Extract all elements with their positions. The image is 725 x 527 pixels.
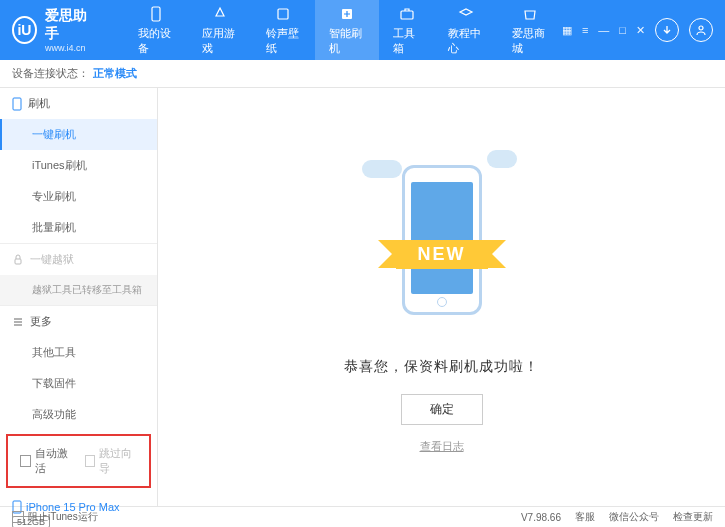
sidebar-item-oneclick[interactable]: 一键刷机	[0, 119, 157, 150]
status-label: 设备连接状态：	[12, 66, 89, 81]
maximize-icon[interactable]: □	[619, 24, 626, 36]
new-ribbon: NEW	[396, 240, 488, 269]
sidebar: 刷机 一键刷机 iTunes刷机 专业刷机 批量刷机 一键越狱 越狱工具已转移至…	[0, 88, 158, 506]
nav-apps[interactable]: 应用游戏	[188, 0, 252, 64]
menu-icon[interactable]: ▦	[562, 24, 572, 37]
svg-rect-0	[152, 7, 160, 21]
sidebar-item-download-fw[interactable]: 下载固件	[0, 368, 157, 399]
sidebar-section-flash[interactable]: 刷机	[0, 88, 157, 119]
sidebar-item-advanced[interactable]: 高级功能	[0, 399, 157, 430]
nav-flash[interactable]: 智能刷机	[315, 0, 379, 64]
toolbox-icon	[397, 4, 417, 24]
svg-rect-6	[15, 259, 21, 264]
status-bar: 设备连接状态： 正常模式	[0, 60, 725, 88]
nav-ringtones[interactable]: 铃声壁纸	[252, 0, 316, 64]
svg-rect-3	[401, 11, 413, 19]
sidebar-section-jailbreak[interactable]: 一键越狱	[0, 244, 157, 275]
flash-icon	[337, 4, 357, 24]
apps-icon	[210, 4, 230, 24]
sidebar-jailbreak-note: 越狱工具已转移至工具箱	[0, 275, 157, 305]
setting-icon[interactable]: ≡	[582, 24, 588, 36]
status-mode: 正常模式	[93, 66, 137, 81]
app-title: 爱思助手	[45, 7, 94, 43]
sidebar-section-more[interactable]: 更多	[0, 306, 157, 337]
minimize-icon[interactable]: —	[598, 24, 609, 36]
nav-store[interactable]: 爱思商城	[498, 0, 562, 64]
sidebar-item-pro[interactable]: 专业刷机	[0, 181, 157, 212]
sidebar-item-other[interactable]: 其他工具	[0, 337, 157, 368]
activation-options: 自动激活 跳过向导	[6, 434, 151, 488]
tutorial-icon	[456, 4, 476, 24]
cloud-icon	[362, 160, 402, 178]
checkbox-skip-setup[interactable]: 跳过向导	[85, 446, 138, 476]
app-url: www.i4.cn	[45, 43, 94, 53]
phone-small-icon	[12, 97, 22, 111]
svg-rect-5	[13, 98, 21, 110]
cloud-icon	[487, 150, 517, 168]
version-label: V7.98.66	[521, 512, 561, 523]
sidebar-item-itunes[interactable]: iTunes刷机	[0, 150, 157, 181]
app-header: iU 爱思助手 www.i4.cn 我的设备 应用游戏 铃声壁纸 智能刷机 工具…	[0, 0, 725, 60]
download-icon[interactable]	[655, 18, 679, 42]
device-icon	[146, 4, 166, 24]
checkbox-icon	[12, 511, 24, 523]
sidebar-item-batch[interactable]: 批量刷机	[0, 212, 157, 243]
app-logo: iU 爱思助手 www.i4.cn	[12, 7, 94, 53]
logo-icon: iU	[12, 16, 37, 44]
top-nav: 我的设备 应用游戏 铃声壁纸 智能刷机 工具箱 教程中心 爱思商城	[124, 0, 562, 64]
ringtone-icon	[273, 4, 293, 24]
nav-tutorials[interactable]: 教程中心	[434, 0, 498, 64]
view-log-link[interactable]: 查看日志	[420, 439, 464, 454]
main-content: NEW 恭喜您，保资料刷机成功啦！ 确定 查看日志	[158, 88, 725, 506]
success-message: 恭喜您，保资料刷机成功啦！	[344, 358, 539, 376]
ok-button[interactable]: 确定	[401, 394, 483, 425]
checkbox-icon	[85, 455, 96, 467]
checkbox-icon	[20, 455, 31, 467]
checkbox-block-itunes[interactable]: 阻止iTunes运行	[12, 510, 98, 524]
store-icon	[520, 4, 540, 24]
checkbox-auto-activate[interactable]: 自动激活	[20, 446, 73, 476]
list-icon	[12, 316, 24, 328]
close-icon[interactable]: ✕	[636, 24, 645, 37]
lock-icon	[12, 254, 24, 266]
footer-link-wechat[interactable]: 微信公众号	[609, 510, 659, 524]
user-icon[interactable]	[689, 18, 713, 42]
svg-rect-1	[278, 9, 288, 19]
nav-toolbox[interactable]: 工具箱	[379, 0, 434, 64]
footer-link-support[interactable]: 客服	[575, 510, 595, 524]
success-illustration: NEW	[352, 140, 532, 340]
footer-link-update[interactable]: 检查更新	[673, 510, 713, 524]
nav-my-device[interactable]: 我的设备	[124, 0, 188, 64]
window-controls: ▦ ≡ — □ ✕	[562, 18, 713, 42]
svg-point-4	[699, 26, 703, 30]
